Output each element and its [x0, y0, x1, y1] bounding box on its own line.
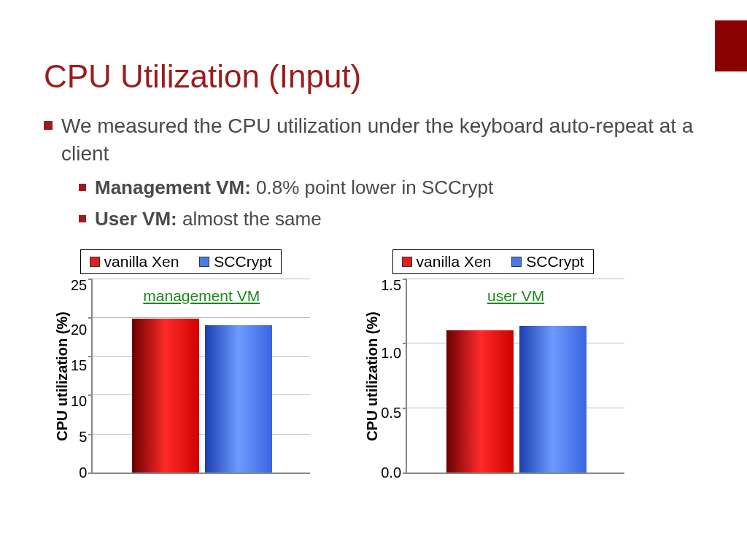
slide-title: CPU Utilization (Input) — [44, 58, 703, 95]
legend-label: vanilla Xen — [417, 253, 492, 271]
bullet-marker-icon — [79, 184, 86, 191]
chart-annotation: management VM — [143, 287, 260, 305]
gridline — [407, 408, 624, 408]
ytick: 25 — [71, 277, 87, 294]
gridline — [93, 434, 310, 435]
chart-management-vm: vanilla Xen SCCrypt CPU utilization (%) … — [51, 249, 310, 474]
bullet-list: We measured the CPU utilization under th… — [44, 112, 703, 232]
legend-label: SCCrypt — [526, 253, 584, 271]
tick — [403, 279, 407, 280]
sub-bullet-label: Management VM: — [95, 176, 251, 198]
charts-row: vanilla Xen SCCrypt CPU utilization (%) … — [44, 249, 703, 474]
ytick: 0 — [79, 464, 87, 481]
sub-bullet-list: Management VM: 0.8% point lower in SCCry… — [79, 175, 703, 232]
bullet-marker-icon — [79, 215, 86, 222]
bullet-marker-icon — [44, 121, 53, 130]
tick — [403, 408, 407, 409]
tick — [403, 343, 407, 344]
tick — [88, 279, 93, 280]
sub-bullet-label: User VM: — [95, 208, 177, 230]
ytick: 0.0 — [381, 464, 401, 481]
sub-bullet-management: Management VM: 0.8% point lower in SCCry… — [79, 175, 703, 201]
bar-vanilla-xen — [132, 319, 199, 472]
gridline — [93, 356, 310, 357]
sub-bullet-rest: 0.8% point lower in SCCrypt — [251, 176, 493, 198]
ytick: 1.0 — [381, 345, 401, 362]
legend-swatch-blue-icon — [511, 257, 522, 267]
chart-legend: vanilla Xen SCCrypt — [392, 249, 594, 274]
y-axis-label: CPU utilization (%) — [361, 279, 381, 474]
ytick: 5 — [79, 429, 87, 446]
ytick: 10 — [71, 393, 87, 410]
legend-swatch-red-icon — [90, 257, 100, 267]
chart-body: CPU utilization (%) 1.5 1.0 0.5 0.0 user… — [361, 279, 624, 474]
main-bullet: We measured the CPU utilization under th… — [44, 112, 703, 168]
chart-body: CPU utilization (%) 25 20 15 10 5 0 mana… — [51, 279, 310, 474]
sub-bullet-user: User VM: almost the same — [79, 206, 703, 232]
legend-item-vanilla: vanilla Xen — [90, 253, 179, 271]
legend-swatch-blue-icon — [199, 257, 209, 267]
tick — [88, 472, 93, 474]
ytick: 1.5 — [381, 277, 401, 294]
slide-accent — [715, 20, 747, 71]
plot-area: user VM — [406, 279, 624, 474]
y-axis-ticks: 1.5 1.0 0.5 0.0 — [381, 279, 406, 474]
legend-item-sccrypt: SCCrypt — [511, 253, 584, 271]
sub-bullet-text: User VM: almost the same — [95, 206, 322, 232]
y-axis-ticks: 25 20 15 10 5 0 — [71, 279, 91, 474]
gridline — [407, 343, 624, 343]
tick — [88, 356, 93, 357]
sub-bullet-text: Management VM: 0.8% point lower in SCCry… — [95, 175, 493, 201]
tick — [403, 472, 407, 474]
bar-vanilla-xen — [446, 330, 514, 472]
legend-label: vanilla Xen — [104, 253, 179, 271]
legend-label: SCCrypt — [214, 253, 271, 271]
ytick: 15 — [71, 357, 87, 374]
bar-sccrypt — [205, 325, 272, 472]
tick — [88, 434, 93, 435]
y-axis-label: CPU utilization (%) — [51, 279, 71, 474]
main-bullet-text: We measured the CPU utilization under th… — [61, 112, 703, 168]
legend-item-sccrypt: SCCrypt — [199, 253, 271, 271]
gridline — [93, 279, 310, 279]
tick — [88, 394, 93, 396]
chart-annotation: user VM — [487, 287, 544, 305]
bar-sccrypt — [519, 326, 587, 472]
legend-item-vanilla: vanilla Xen — [402, 253, 492, 271]
ytick: 20 — [71, 322, 87, 338]
slide-content: CPU Utilization (Input) We measured the … — [0, 0, 747, 474]
plot-area: management VM — [91, 279, 310, 474]
chart-legend: vanilla Xen SCCrypt — [80, 249, 282, 274]
legend-swatch-red-icon — [402, 257, 412, 267]
ytick: 0.5 — [381, 405, 401, 421]
gridline — [93, 317, 310, 318]
gridline — [93, 394, 310, 395]
chart-user-vm: vanilla Xen SCCrypt CPU utilization (%) … — [361, 249, 624, 474]
gridline — [407, 279, 624, 279]
sub-bullet-rest: almost the same — [177, 208, 322, 230]
tick — [88, 317, 93, 319]
